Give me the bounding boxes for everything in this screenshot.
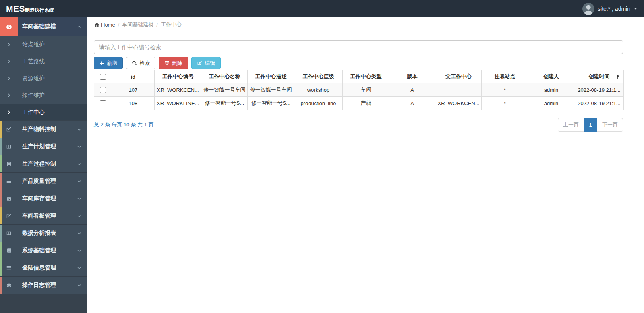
record-summary[interactable]: 总 2 条 每页 10 条 共 1 页 bbox=[94, 121, 154, 129]
group-accent-strip bbox=[0, 138, 2, 155]
column-header-label: 挂靠站点 bbox=[494, 73, 515, 79]
sidebar-group-workshop-basic-modeling[interactable]: 车间基础建模 bbox=[0, 17, 87, 36]
brand-subtitle: 制造执行系统 bbox=[25, 7, 54, 13]
prev-page-button[interactable]: 上一页 bbox=[558, 118, 584, 132]
select-all-checkbox[interactable] bbox=[100, 74, 106, 80]
group-accent-strip bbox=[0, 242, 2, 259]
column-header[interactable]: 挂靠站点 bbox=[482, 70, 528, 83]
column-header[interactable]: 工作中心类型 bbox=[343, 70, 389, 83]
user-label: site:* , admin bbox=[598, 6, 630, 12]
table-row: 107XR_WORKCEN...修一智能一号车间修一智能一号车间workshop… bbox=[94, 83, 624, 97]
row-select-cell bbox=[94, 97, 112, 110]
table-cell: 2022-08-19 21:1... bbox=[574, 83, 624, 97]
chevron-right-icon bbox=[0, 104, 18, 120]
search-button[interactable]: 检索 bbox=[126, 57, 155, 69]
group-accent-strip bbox=[0, 277, 2, 294]
sidebar-group-label: 产品质量管理 bbox=[18, 173, 77, 190]
breadcrumb-home[interactable]: Home bbox=[94, 22, 115, 28]
list-icon bbox=[0, 173, 18, 190]
delete-button-label: 删除 bbox=[172, 60, 182, 67]
column-header[interactable]: 工作中心名称 bbox=[201, 70, 248, 83]
avatar bbox=[582, 3, 594, 15]
select-all-header-cell bbox=[94, 70, 112, 83]
sidebar-group-label: 系统基础管理 bbox=[18, 242, 77, 259]
table-cell bbox=[435, 83, 482, 97]
chevron-down-icon bbox=[77, 225, 87, 242]
sidebar-group-data-analysis-report[interactable]: 数据分析报表 bbox=[0, 225, 87, 242]
dashboard-icon bbox=[0, 277, 18, 294]
breadcrumb-item-parent[interactable]: 车间基础建模 bbox=[122, 21, 153, 28]
sidebar-submenu: 站点维护工艺路线资源维护操作维护工作中心 bbox=[0, 36, 87, 121]
group-accent-strip bbox=[0, 225, 2, 242]
breadcrumb-separator bbox=[156, 22, 158, 28]
group-accent-strip bbox=[0, 173, 2, 190]
page-1-button[interactable]: 1 bbox=[584, 118, 597, 132]
sidebar-group-label: 生产过程控制 bbox=[18, 155, 77, 172]
column-header[interactable]: 工作中心编号 bbox=[155, 70, 201, 83]
table-cell: admin bbox=[528, 83, 574, 97]
sidebar-group-workshop-inventory-management[interactable]: 车间库存管理 bbox=[0, 190, 87, 207]
columns-icon bbox=[0, 225, 18, 242]
sidebar-subitem-label: 工作中心 bbox=[18, 104, 87, 120]
edit-button[interactable]: 编辑 bbox=[191, 57, 221, 69]
work-center-table: id工作中心编号工作中心名称工作中心描述工作中心层级工作中心类型版本父工作中心挂… bbox=[94, 70, 624, 110]
sidebar-group-production-process-control[interactable]: 生产过程控制 bbox=[0, 155, 87, 173]
sidebar-subitem-label: 资源维护 bbox=[18, 70, 87, 87]
column-header-label: 版本 bbox=[407, 73, 417, 79]
table-cell: XR_WORKCEN... bbox=[155, 83, 201, 97]
main-area: Home 车间基础建模 工作中心 新增 检索 bbox=[87, 17, 644, 313]
column-header[interactable]: 版本 bbox=[389, 70, 435, 83]
column-header[interactable]: 工作中心层级 bbox=[294, 70, 343, 83]
sidebar-subitem-process-route[interactable]: 工艺路线 bbox=[0, 53, 87, 70]
sidebar-subitem-site-maintenance[interactable]: 站点维护 bbox=[0, 36, 87, 53]
table-cell: A bbox=[389, 83, 435, 97]
column-header[interactable]: 工作中心描述 bbox=[248, 70, 294, 83]
sidebar-group-product-quality-management[interactable]: 产品质量管理 bbox=[0, 173, 87, 190]
trash-icon bbox=[164, 60, 170, 66]
delete-button[interactable]: 删除 bbox=[159, 57, 188, 69]
sidebar-group-label: 车间基础建模 bbox=[18, 17, 77, 36]
sidebar-group-production-material-control[interactable]: 生产物料控制 bbox=[0, 121, 87, 138]
sidebar-subitem-work-center[interactable]: 工作中心 bbox=[0, 104, 87, 121]
chevron-right-icon bbox=[0, 36, 18, 53]
sidebar-group-operation-log-management[interactable]: 操作日志管理 bbox=[0, 277, 87, 294]
edit-button-label: 编辑 bbox=[205, 60, 215, 67]
row-checkbox[interactable] bbox=[100, 100, 106, 106]
sidebar-group-system-basic-management[interactable]: 系统基础管理 bbox=[0, 242, 87, 259]
chevron-down-icon bbox=[77, 173, 87, 190]
column-header[interactable]: 父工作中心 bbox=[435, 70, 482, 83]
columns-icon bbox=[0, 138, 18, 155]
edit-icon bbox=[197, 60, 202, 66]
sidebar-group-login-info-management[interactable]: 登陆信息管理 bbox=[0, 259, 87, 277]
column-header[interactable]: 创建人 bbox=[528, 70, 574, 83]
chevron-down-icon bbox=[77, 138, 87, 155]
table-cell: 修一智能一号S... bbox=[201, 97, 248, 110]
app-logo[interactable]: MES制造执行系统 bbox=[0, 4, 87, 14]
add-button[interactable]: 新增 bbox=[94, 57, 123, 69]
sidebar-subitem-operation-maintenance[interactable]: 操作维护 bbox=[0, 87, 87, 104]
column-header[interactable]: 创建时间 bbox=[574, 70, 624, 83]
brand-name: MES bbox=[6, 4, 25, 13]
sidebar-subitem-resource-maintenance[interactable]: 资源维护 bbox=[0, 70, 87, 87]
user-menu[interactable]: site:* , admin bbox=[582, 3, 644, 15]
table-cell: 2022-08-19 21:1... bbox=[574, 97, 624, 110]
group-accent-strip bbox=[0, 259, 2, 276]
sidebar-subitem-label: 站点维护 bbox=[18, 36, 87, 53]
pagination: 上一页 1 下一页 bbox=[558, 118, 623, 132]
sidebar-group-workshop-kanban-management[interactable]: 车间看板管理 bbox=[0, 207, 87, 225]
pin-icon[interactable] bbox=[616, 74, 620, 79]
column-header-label: 父工作中心 bbox=[445, 73, 472, 79]
toolbar: 新增 检索 删除 编辑 bbox=[94, 57, 644, 69]
column-header-label: 创建人 bbox=[543, 73, 559, 79]
table-cell: 修一智能一号车间 bbox=[201, 83, 248, 97]
sidebar-group-production-plan-management[interactable]: 生产计划管理 bbox=[0, 138, 87, 155]
table-cell: production_line bbox=[294, 97, 343, 110]
column-header-label: 工作中心类型 bbox=[350, 73, 381, 79]
search-input[interactable] bbox=[94, 40, 623, 54]
next-page-button[interactable]: 下一页 bbox=[597, 118, 623, 132]
row-checkbox[interactable] bbox=[100, 87, 106, 93]
sidebar-subitem-label: 工艺路线 bbox=[18, 53, 87, 70]
column-header[interactable]: id bbox=[112, 70, 155, 83]
sidebar-group-label: 操作日志管理 bbox=[18, 277, 77, 294]
column-header-label: 工作中心层级 bbox=[302, 73, 334, 79]
